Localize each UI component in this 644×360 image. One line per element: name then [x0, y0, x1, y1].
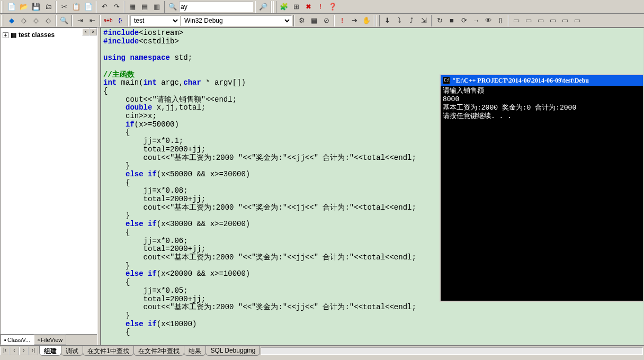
workspace-button[interactable]: ▦	[127, 1, 138, 13]
execute-button[interactable]: ➔	[348, 15, 360, 26]
redo-button[interactable]: ↷	[111, 1, 122, 13]
close-pane-button[interactable]: ×	[90, 28, 97, 35]
console-icon: C:\	[443, 77, 450, 84]
output-tab[interactable]: 在文件1中查找	[83, 346, 134, 356]
output-tab[interactable]: 组建	[39, 346, 61, 356]
disasm-button[interactable]: ▭	[559, 15, 571, 26]
memory-button[interactable]: ▭	[523, 15, 534, 26]
stop-debug-button[interactable]: ■	[446, 15, 458, 26]
clear-button[interactable]: ✖	[302, 1, 314, 13]
separator-icon	[293, 15, 294, 26]
info-button[interactable]: !	[315, 1, 326, 13]
separator-icon	[164, 1, 165, 13]
resource-button[interactable]: 🧩	[278, 1, 290, 13]
grip-icon[interactable]	[273, 1, 276, 13]
next-bookmark-button[interactable]: ◇	[30, 15, 42, 26]
step-out-button[interactable]: ⤴	[406, 15, 417, 26]
copy-button[interactable]: 📋	[70, 1, 82, 13]
tree-root-node[interactable]: + ▦ test classes	[3, 31, 95, 39]
step-over-button[interactable]: ⤵	[393, 15, 405, 26]
scroll-prev-button[interactable]: ‹	[10, 347, 19, 355]
scroll-last-button[interactable]: ›|	[29, 347, 38, 355]
console-output: 请输入销售额8000基本工资为:2000 奖金为:0 合计为:2000请按任意键…	[441, 86, 643, 122]
stop-build-button[interactable]: ⊘	[320, 15, 332, 26]
console-title: "E:\C++ PROJECT\2014-06\2014-06-09\test\…	[452, 76, 589, 85]
search-button[interactable]: 🔎	[257, 1, 269, 13]
quick-watch-button[interactable]: 👁	[482, 15, 494, 26]
find-input[interactable]	[179, 2, 253, 12]
run-to-cursor-button[interactable]: ⇲	[418, 15, 430, 26]
step-into-button[interactable]: ⬇	[381, 15, 393, 26]
expand-icon[interactable]: +	[3, 32, 8, 38]
class-tree[interactable]: + ▦ test classes	[1, 28, 97, 334]
separator-icon	[255, 1, 256, 13]
clear-bookmarks-button[interactable]: ◇	[42, 15, 54, 26]
console-title-bar[interactable]: C:\ "E:\C++ PROJECT\2014-06\2014-06-09\t…	[441, 75, 643, 86]
replace-button[interactable]: a+b	[102, 15, 114, 26]
scroll-track[interactable]	[261, 347, 643, 355]
output-tab[interactable]: 调试	[61, 346, 83, 356]
separator-icon	[56, 15, 57, 26]
separator-icon	[334, 15, 335, 26]
tile-button[interactable]: ▥	[151, 1, 163, 13]
tab-file-view[interactable]: ▫FileView	[34, 335, 66, 345]
output-tab[interactable]: 在文件2中查找	[133, 346, 185, 356]
output-tab[interactable]: 结果	[184, 346, 206, 356]
output-tab[interactable]: SQL Debugging	[205, 346, 260, 356]
indent-button[interactable]: ⇥	[74, 15, 86, 26]
save-all-button[interactable]: 🗂	[42, 1, 54, 13]
go-button[interactable]: !	[336, 15, 348, 26]
separator-icon	[56, 1, 57, 13]
bookmark-button[interactable]: ◆	[6, 15, 17, 26]
separator-icon	[508, 15, 509, 26]
grip-icon[interactable]	[377, 15, 380, 26]
separator-icon	[96, 1, 97, 13]
apply-changes-button[interactable]: ⟳	[458, 15, 470, 26]
project-select[interactable]: test	[130, 15, 180, 26]
tab-label: ClassV...	[7, 337, 30, 343]
break-button[interactable]: ✋	[361, 15, 372, 26]
toolbar-row-2: ◆ ◇ ◇ ◇ 🔍 ⇥ ⇤ a+b {} test Win32 Debug ⚙ …	[0, 14, 644, 28]
save-button[interactable]: 💾	[30, 1, 42, 13]
separator-icon	[100, 15, 101, 26]
grip-icon[interactable]	[1, 15, 4, 26]
props-button[interactable]: ⊞	[290, 1, 302, 13]
paste-button[interactable]: 📄	[83, 1, 94, 13]
separator-icon	[128, 15, 129, 26]
outdent-button[interactable]: ⇤	[86, 15, 98, 26]
open-button[interactable]: 📂	[18, 1, 30, 13]
separator-icon	[271, 1, 272, 13]
tree-root-label: test classes	[19, 31, 55, 39]
class-icon: ▪	[4, 337, 6, 343]
watch-button[interactable]: {}	[495, 15, 506, 26]
prev-bookmark-button[interactable]: ◇	[18, 15, 30, 26]
build-button[interactable]: ▦	[308, 15, 320, 26]
variables-button[interactable]: ▭	[547, 15, 559, 26]
config-select[interactable]: Win32 Debug	[181, 15, 292, 26]
new-file-button[interactable]: 📄	[6, 1, 17, 13]
folder-icon: ▦	[11, 31, 16, 39]
output-pane-tabs: |‹ ‹ › ›| 组建调试在文件1中查找在文件2中查找结果SQL Debugg…	[0, 345, 644, 356]
minimize-pane-button[interactable]: ‹	[82, 28, 90, 35]
window-list-button[interactable]: ▤	[139, 1, 150, 13]
show-next-button[interactable]: →	[470, 15, 482, 26]
scroll-next-button[interactable]: ›	[19, 347, 29, 355]
compile-button[interactable]: ⚙	[296, 15, 308, 26]
cut-button[interactable]: ✂	[58, 1, 70, 13]
tab-label: FileView	[41, 337, 62, 343]
scroll-first-button[interactable]: |‹	[0, 347, 10, 355]
restart-button[interactable]: ↻	[434, 15, 445, 26]
brace-button[interactable]: {}	[114, 15, 126, 26]
help-button[interactable]: ❓	[327, 1, 338, 13]
find-in-files-button[interactable]: 🔍	[167, 1, 178, 13]
find-button[interactable]: 🔍	[58, 15, 70, 26]
separator-icon	[374, 15, 375, 26]
output-button[interactable]: ▭	[571, 15, 583, 26]
grip-icon[interactable]	[1, 1, 4, 13]
registers-button[interactable]: ▭	[511, 15, 522, 26]
callstack-button[interactable]: ▭	[535, 15, 547, 26]
console-window[interactable]: C:\ "E:\C++ PROJECT\2014-06\2014-06-09\t…	[440, 74, 644, 302]
undo-button[interactable]: ↶	[99, 1, 110, 13]
file-icon: ▫	[38, 337, 40, 343]
tab-class-view[interactable]: ▪ClassV...	[1, 335, 34, 345]
